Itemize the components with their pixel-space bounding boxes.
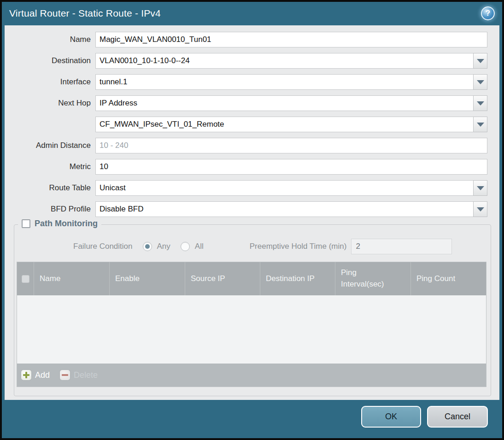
form-row-route-table: Route Table bbox=[5, 180, 499, 196]
preemptive-hold-time-label: Preemptive Hold Time (min) bbox=[250, 242, 347, 251]
path-monitoring-controls: Failure Condition Any All Preemptive Hol… bbox=[14, 239, 491, 254]
name-label: Name bbox=[5, 35, 95, 44]
delete-button[interactable]: Delete bbox=[60, 370, 98, 380]
bfd-profile-label: BFD Profile bbox=[5, 205, 95, 214]
chevron-down-icon bbox=[477, 123, 484, 127]
column-header-name[interactable]: Name bbox=[34, 262, 110, 295]
metric-input[interactable] bbox=[95, 159, 487, 175]
next-hop-address-dropdown-button[interactable] bbox=[473, 117, 487, 132]
chevron-down-icon bbox=[477, 186, 484, 190]
dialog-footer-buttons: OK Cancel bbox=[361, 406, 488, 428]
interface-input[interactable] bbox=[95, 74, 473, 90]
destination-dropdown-button[interactable] bbox=[473, 53, 487, 69]
failure-condition-label: Failure Condition bbox=[73, 242, 133, 251]
column-header-destination-ip[interactable]: Destination IP bbox=[260, 262, 335, 295]
dialog-titlebar: Virtual Router - Static Route - IPv4 ? bbox=[2, 2, 502, 25]
admin-distance-input[interactable] bbox=[95, 138, 487, 153]
route-table-label: Route Table bbox=[5, 183, 95, 193]
form-row-next-hop-address bbox=[5, 117, 499, 132]
minus-icon bbox=[60, 370, 70, 380]
route-table-input[interactable] bbox=[95, 180, 473, 196]
form-row-destination: Destination bbox=[5, 53, 499, 69]
bfd-profile-input[interactable] bbox=[95, 201, 473, 217]
column-header-ping-interval[interactable]: Ping Interval(sec) bbox=[335, 262, 411, 295]
path-monitoring-legend: Path Monitoring bbox=[18, 219, 101, 229]
chevron-down-icon bbox=[477, 80, 484, 84]
ok-button[interactable]: OK bbox=[361, 406, 421, 428]
delete-button-label: Delete bbox=[74, 370, 98, 380]
failure-condition-all-label: All bbox=[195, 242, 204, 251]
dialog-body: Name Destination Interface Next Hop bbox=[5, 25, 499, 400]
failure-condition-all-radio[interactable] bbox=[181, 242, 190, 251]
table-header-row: Name Enable Source IP Destination IP Pin… bbox=[17, 262, 486, 295]
chevron-down-icon bbox=[477, 59, 484, 63]
failure-condition-any-radio[interactable] bbox=[143, 242, 152, 251]
column-header-enable[interactable]: Enable bbox=[110, 262, 185, 295]
admin-distance-label: Admin Distance bbox=[5, 141, 95, 150]
destination-input[interactable] bbox=[95, 53, 473, 69]
bfd-profile-dropdown-button[interactable] bbox=[473, 201, 487, 217]
next-hop-type-dropdown-button[interactable] bbox=[473, 95, 487, 111]
form-row-admin-distance: Admin Distance bbox=[5, 138, 499, 153]
help-icon[interactable]: ? bbox=[481, 6, 495, 20]
form-row-bfd-profile: BFD Profile bbox=[5, 201, 499, 217]
next-hop-label: Next Hop bbox=[5, 99, 95, 108]
chevron-down-icon bbox=[477, 207, 484, 211]
column-header-ping-count[interactable]: Ping Count bbox=[411, 262, 486, 295]
dialog-window: Virtual Router - Static Route - IPv4 ? N… bbox=[2, 2, 502, 438]
name-input[interactable] bbox=[95, 32, 487, 47]
add-button[interactable]: Add bbox=[21, 370, 50, 380]
table-toolbar: Add Delete bbox=[17, 364, 486, 387]
table-body-empty bbox=[17, 295, 486, 364]
path-monitoring-checkbox[interactable] bbox=[22, 219, 30, 228]
route-table-dropdown-button[interactable] bbox=[473, 180, 487, 196]
interface-label: Interface bbox=[5, 77, 95, 87]
form-row-name: Name bbox=[5, 32, 499, 47]
column-header-source-ip[interactable]: Source IP bbox=[185, 262, 260, 295]
path-monitoring-table: Name Enable Source IP Destination IP Pin… bbox=[17, 262, 486, 387]
plus-icon bbox=[21, 370, 31, 380]
metric-label: Metric bbox=[5, 162, 95, 171]
cancel-button[interactable]: Cancel bbox=[427, 406, 488, 428]
preemptive-hold-time-input[interactable] bbox=[351, 239, 452, 254]
form-row-interface: Interface bbox=[5, 74, 499, 90]
select-all-cell bbox=[17, 262, 34, 295]
add-button-label: Add bbox=[35, 370, 50, 380]
path-monitoring-section: Path Monitoring Failure Condition Any Al… bbox=[14, 224, 491, 396]
failure-condition-any-label: Any bbox=[157, 242, 170, 251]
next-hop-type-input[interactable] bbox=[95, 95, 473, 111]
form-row-next-hop: Next Hop bbox=[5, 95, 499, 111]
path-monitoring-title: Path Monitoring bbox=[35, 219, 98, 229]
interface-dropdown-button[interactable] bbox=[473, 74, 487, 90]
destination-label: Destination bbox=[5, 56, 95, 65]
form-row-metric: Metric bbox=[5, 159, 499, 175]
select-all-checkbox[interactable] bbox=[22, 275, 29, 283]
next-hop-address-input[interactable] bbox=[95, 117, 473, 132]
dialog-title: Virtual Router - Static Route - IPv4 bbox=[9, 8, 161, 19]
chevron-down-icon bbox=[477, 101, 484, 106]
